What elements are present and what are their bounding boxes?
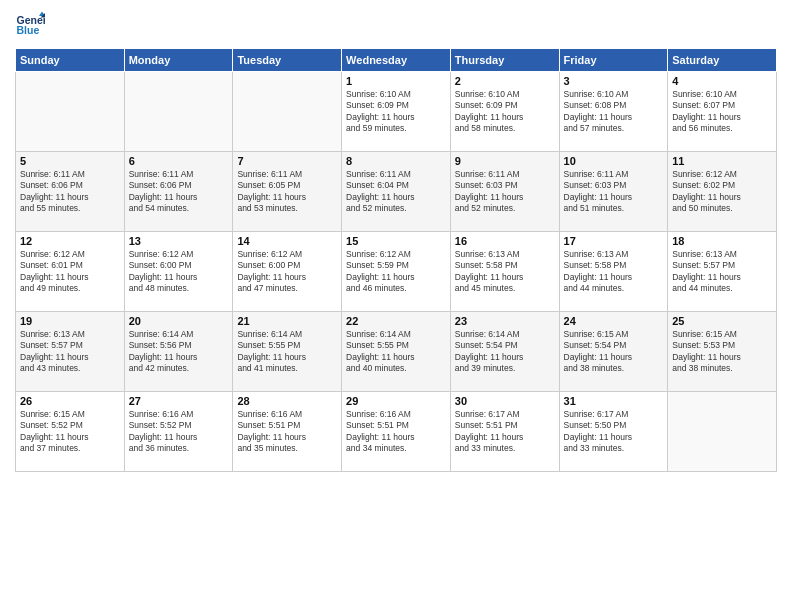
day-number: 12 — [20, 235, 120, 247]
logo-icon: General Blue — [15, 10, 45, 40]
calendar-cell: 19Sunrise: 6:13 AMSunset: 5:57 PMDayligh… — [16, 312, 125, 392]
calendar-cell: 21Sunrise: 6:14 AMSunset: 5:55 PMDayligh… — [233, 312, 342, 392]
calendar-cell: 3Sunrise: 6:10 AMSunset: 6:08 PMDaylight… — [559, 72, 668, 152]
calendar-cell: 27Sunrise: 6:16 AMSunset: 5:52 PMDayligh… — [124, 392, 233, 472]
calendar-cell: 8Sunrise: 6:11 AMSunset: 6:04 PMDaylight… — [342, 152, 451, 232]
day-number: 4 — [672, 75, 772, 87]
weekday-header-cell: Wednesday — [342, 49, 451, 72]
cell-info: Sunrise: 6:11 AMSunset: 6:05 PMDaylight:… — [237, 169, 337, 215]
cell-info: Sunrise: 6:13 AMSunset: 5:58 PMDaylight:… — [564, 249, 664, 295]
calendar-cell — [124, 72, 233, 152]
calendar-cell: 1Sunrise: 6:10 AMSunset: 6:09 PMDaylight… — [342, 72, 451, 152]
calendar-week-row: 12Sunrise: 6:12 AMSunset: 6:01 PMDayligh… — [16, 232, 777, 312]
day-number: 3 — [564, 75, 664, 87]
calendar-cell — [16, 72, 125, 152]
cell-info: Sunrise: 6:12 AMSunset: 5:59 PMDaylight:… — [346, 249, 446, 295]
cell-info: Sunrise: 6:16 AMSunset: 5:51 PMDaylight:… — [346, 409, 446, 455]
day-number: 6 — [129, 155, 229, 167]
cell-info: Sunrise: 6:10 AMSunset: 6:07 PMDaylight:… — [672, 89, 772, 135]
cell-info: Sunrise: 6:17 AMSunset: 5:51 PMDaylight:… — [455, 409, 555, 455]
calendar-cell: 11Sunrise: 6:12 AMSunset: 6:02 PMDayligh… — [668, 152, 777, 232]
calendar-cell: 29Sunrise: 6:16 AMSunset: 5:51 PMDayligh… — [342, 392, 451, 472]
cell-info: Sunrise: 6:11 AMSunset: 6:06 PMDaylight:… — [20, 169, 120, 215]
day-number: 8 — [346, 155, 446, 167]
calendar-table: SundayMondayTuesdayWednesdayThursdayFrid… — [15, 48, 777, 472]
cell-info: Sunrise: 6:17 AMSunset: 5:50 PMDaylight:… — [564, 409, 664, 455]
cell-info: Sunrise: 6:12 AMSunset: 6:00 PMDaylight:… — [237, 249, 337, 295]
calendar-cell: 7Sunrise: 6:11 AMSunset: 6:05 PMDaylight… — [233, 152, 342, 232]
weekday-header-cell: Friday — [559, 49, 668, 72]
calendar-cell: 30Sunrise: 6:17 AMSunset: 5:51 PMDayligh… — [450, 392, 559, 472]
weekday-header-cell: Tuesday — [233, 49, 342, 72]
calendar-cell: 18Sunrise: 6:13 AMSunset: 5:57 PMDayligh… — [668, 232, 777, 312]
day-number: 26 — [20, 395, 120, 407]
calendar-cell: 28Sunrise: 6:16 AMSunset: 5:51 PMDayligh… — [233, 392, 342, 472]
cell-info: Sunrise: 6:12 AMSunset: 6:01 PMDaylight:… — [20, 249, 120, 295]
day-number: 11 — [672, 155, 772, 167]
calendar-cell — [668, 392, 777, 472]
day-number: 20 — [129, 315, 229, 327]
day-number: 14 — [237, 235, 337, 247]
cell-info: Sunrise: 6:10 AMSunset: 6:09 PMDaylight:… — [346, 89, 446, 135]
day-number: 21 — [237, 315, 337, 327]
day-number: 17 — [564, 235, 664, 247]
cell-info: Sunrise: 6:15 AMSunset: 5:52 PMDaylight:… — [20, 409, 120, 455]
svg-text:Blue: Blue — [17, 24, 40, 36]
cell-info: Sunrise: 6:10 AMSunset: 6:09 PMDaylight:… — [455, 89, 555, 135]
day-number: 16 — [455, 235, 555, 247]
page-header: General Blue — [15, 10, 777, 40]
calendar-week-row: 1Sunrise: 6:10 AMSunset: 6:09 PMDaylight… — [16, 72, 777, 152]
day-number: 10 — [564, 155, 664, 167]
calendar-cell: 10Sunrise: 6:11 AMSunset: 6:03 PMDayligh… — [559, 152, 668, 232]
day-number: 9 — [455, 155, 555, 167]
cell-info: Sunrise: 6:10 AMSunset: 6:08 PMDaylight:… — [564, 89, 664, 135]
calendar-week-row: 19Sunrise: 6:13 AMSunset: 5:57 PMDayligh… — [16, 312, 777, 392]
day-number: 28 — [237, 395, 337, 407]
calendar-cell: 26Sunrise: 6:15 AMSunset: 5:52 PMDayligh… — [16, 392, 125, 472]
calendar-cell: 22Sunrise: 6:14 AMSunset: 5:55 PMDayligh… — [342, 312, 451, 392]
logo: General Blue — [15, 10, 49, 40]
cell-info: Sunrise: 6:14 AMSunset: 5:55 PMDaylight:… — [237, 329, 337, 375]
day-number: 22 — [346, 315, 446, 327]
calendar-cell: 12Sunrise: 6:12 AMSunset: 6:01 PMDayligh… — [16, 232, 125, 312]
cell-info: Sunrise: 6:14 AMSunset: 5:56 PMDaylight:… — [129, 329, 229, 375]
calendar-week-row: 26Sunrise: 6:15 AMSunset: 5:52 PMDayligh… — [16, 392, 777, 472]
day-number: 15 — [346, 235, 446, 247]
calendar-cell: 25Sunrise: 6:15 AMSunset: 5:53 PMDayligh… — [668, 312, 777, 392]
day-number: 23 — [455, 315, 555, 327]
calendar-cell — [233, 72, 342, 152]
cell-info: Sunrise: 6:11 AMSunset: 6:03 PMDaylight:… — [564, 169, 664, 215]
day-number: 25 — [672, 315, 772, 327]
calendar-cell: 5Sunrise: 6:11 AMSunset: 6:06 PMDaylight… — [16, 152, 125, 232]
calendar-cell: 6Sunrise: 6:11 AMSunset: 6:06 PMDaylight… — [124, 152, 233, 232]
day-number: 27 — [129, 395, 229, 407]
cell-info: Sunrise: 6:14 AMSunset: 5:55 PMDaylight:… — [346, 329, 446, 375]
day-number: 7 — [237, 155, 337, 167]
calendar-cell: 20Sunrise: 6:14 AMSunset: 5:56 PMDayligh… — [124, 312, 233, 392]
cell-info: Sunrise: 6:11 AMSunset: 6:03 PMDaylight:… — [455, 169, 555, 215]
calendar-cell: 4Sunrise: 6:10 AMSunset: 6:07 PMDaylight… — [668, 72, 777, 152]
weekday-header-cell: Saturday — [668, 49, 777, 72]
calendar-cell: 14Sunrise: 6:12 AMSunset: 6:00 PMDayligh… — [233, 232, 342, 312]
calendar-cell: 17Sunrise: 6:13 AMSunset: 5:58 PMDayligh… — [559, 232, 668, 312]
day-number: 24 — [564, 315, 664, 327]
day-number: 30 — [455, 395, 555, 407]
cell-info: Sunrise: 6:16 AMSunset: 5:52 PMDaylight:… — [129, 409, 229, 455]
day-number: 5 — [20, 155, 120, 167]
weekday-header-row: SundayMondayTuesdayWednesdayThursdayFrid… — [16, 49, 777, 72]
cell-info: Sunrise: 6:11 AMSunset: 6:04 PMDaylight:… — [346, 169, 446, 215]
day-number: 1 — [346, 75, 446, 87]
calendar-cell: 2Sunrise: 6:10 AMSunset: 6:09 PMDaylight… — [450, 72, 559, 152]
day-number: 31 — [564, 395, 664, 407]
cell-info: Sunrise: 6:12 AMSunset: 6:02 PMDaylight:… — [672, 169, 772, 215]
calendar-cell: 23Sunrise: 6:14 AMSunset: 5:54 PMDayligh… — [450, 312, 559, 392]
day-number: 2 — [455, 75, 555, 87]
day-number: 29 — [346, 395, 446, 407]
calendar-cell: 24Sunrise: 6:15 AMSunset: 5:54 PMDayligh… — [559, 312, 668, 392]
cell-info: Sunrise: 6:13 AMSunset: 5:57 PMDaylight:… — [672, 249, 772, 295]
cell-info: Sunrise: 6:13 AMSunset: 5:57 PMDaylight:… — [20, 329, 120, 375]
cell-info: Sunrise: 6:11 AMSunset: 6:06 PMDaylight:… — [129, 169, 229, 215]
cell-info: Sunrise: 6:15 AMSunset: 5:54 PMDaylight:… — [564, 329, 664, 375]
cell-info: Sunrise: 6:13 AMSunset: 5:58 PMDaylight:… — [455, 249, 555, 295]
calendar-cell: 16Sunrise: 6:13 AMSunset: 5:58 PMDayligh… — [450, 232, 559, 312]
